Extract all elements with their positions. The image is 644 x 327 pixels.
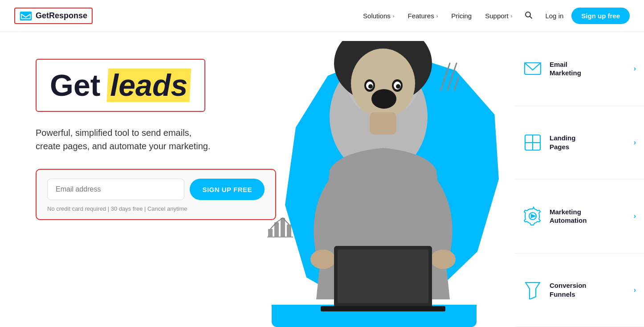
email-marketing-chevron-icon: › xyxy=(634,65,636,73)
features-chevron-icon: › xyxy=(436,13,438,19)
features-sidebar: EmailMarketing › LandingPages › xyxy=(515,32,644,327)
nav-support[interactable]: Support › xyxy=(480,8,518,23)
search-icon xyxy=(525,11,533,19)
svg-marker-34 xyxy=(526,282,540,299)
email-marketing-title: EmailMarketing xyxy=(550,60,627,78)
conversion-funnels-icon-wrap xyxy=(523,280,542,300)
nav-features[interactable]: Features › xyxy=(402,8,443,23)
svg-point-24 xyxy=(431,249,456,269)
marketing-automation-title: MarketingAutomation xyxy=(550,208,627,225)
headline: Get leads xyxy=(50,69,191,102)
email-marketing-icon-wrap xyxy=(523,59,542,78)
headline-get: Get xyxy=(50,69,100,101)
form-note: No credit card required | 30 days free |… xyxy=(47,205,265,212)
input-row: SIGN UP FREE xyxy=(47,179,265,200)
feature-marketing-automation[interactable]: MarketingAutomation › xyxy=(515,180,644,253)
headline-leads: leads xyxy=(106,69,191,102)
signup-main-button[interactable]: SIGN UP FREE xyxy=(190,179,265,200)
conversion-funnels-chevron-icon: › xyxy=(634,286,636,294)
nav-pricing[interactable]: Pricing xyxy=(446,8,477,23)
feature-conversion-funnels[interactable]: ConversionFunnels › xyxy=(515,253,644,327)
search-button[interactable] xyxy=(520,8,537,25)
header-signup-button[interactable]: Sign up free xyxy=(571,8,630,24)
landing-pages-icon-wrap xyxy=(523,133,542,152)
marketing-automation-text: MarketingAutomation xyxy=(550,208,627,225)
solutions-chevron-icon: › xyxy=(393,13,395,19)
headline-box: Get leads xyxy=(36,59,205,112)
nav-solutions[interactable]: Solutions › xyxy=(358,8,399,23)
svg-rect-27 xyxy=(321,306,445,311)
left-section: Get leads Powerful, simplified tool to s… xyxy=(0,32,303,327)
login-button[interactable]: Log in xyxy=(540,8,569,23)
logo-wrapper[interactable]: GetResponse xyxy=(14,8,93,24)
svg-point-23 xyxy=(310,249,335,269)
svg-line-2 xyxy=(530,16,532,18)
landing-pages-icon xyxy=(524,134,542,151)
feature-landing-pages[interactable]: LandingPages › xyxy=(515,106,644,180)
email-marketing-icon xyxy=(524,61,542,76)
landing-pages-text: LandingPages xyxy=(550,134,627,151)
landing-pages-title: LandingPages xyxy=(550,134,627,151)
marketing-automation-icon-wrap xyxy=(523,206,542,226)
deco-lines-icon xyxy=(432,59,459,94)
svg-point-20 xyxy=(368,84,373,89)
conversion-funnels-icon xyxy=(524,281,541,299)
svg-rect-26 xyxy=(338,249,428,303)
logo-text: GetResponse xyxy=(36,11,87,20)
marketing-automation-icon xyxy=(523,206,542,226)
landing-pages-chevron-icon: › xyxy=(634,139,636,147)
main-content: Get leads Powerful, simplified tool to s… xyxy=(0,32,644,327)
support-chevron-icon: › xyxy=(511,13,513,19)
main-nav: Solutions › Features › Pricing Support ›… xyxy=(358,8,630,25)
person-image xyxy=(272,41,494,326)
svg-point-21 xyxy=(396,84,400,89)
feature-email-marketing[interactable]: EmailMarketing › xyxy=(515,32,644,106)
email-marketing-text: EmailMarketing xyxy=(550,60,627,78)
hero-subtitle: Powerful, simplified tool to send emails… xyxy=(36,126,276,153)
logo-icon xyxy=(20,12,32,20)
svg-point-15 xyxy=(371,89,396,109)
header: GetResponse Solutions › Features › Prici… xyxy=(0,0,644,32)
email-input[interactable] xyxy=(47,179,184,200)
svg-rect-22 xyxy=(370,112,396,135)
signup-form-box: SIGN UP FREE No credit card required | 3… xyxy=(36,169,276,220)
conversion-funnels-title: ConversionFunnels xyxy=(550,281,627,298)
marketing-automation-chevron-icon: › xyxy=(634,212,636,220)
conversion-funnels-text: ConversionFunnels xyxy=(550,281,627,298)
